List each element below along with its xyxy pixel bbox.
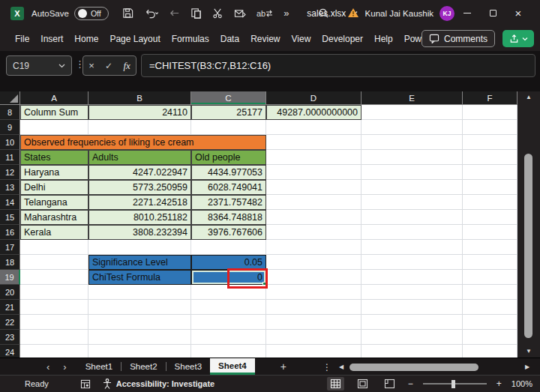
row-header-12[interactable]: 12 xyxy=(0,165,20,180)
translate-icon[interactable]: ab xyxy=(256,9,273,18)
empty-cell[interactable] xyxy=(266,180,362,195)
zoom-slider[interactable] xyxy=(423,379,487,389)
empty-cell[interactable] xyxy=(463,225,518,240)
prev-sheet-icon[interactable]: ‹ xyxy=(46,361,50,373)
minimize-button[interactable] xyxy=(454,0,480,26)
zoom-in-button[interactable]: + xyxy=(496,379,502,389)
cell-A13[interactable]: Delhi xyxy=(20,180,88,195)
column-header-C[interactable]: C xyxy=(191,91,266,105)
cell-C11[interactable]: Old people xyxy=(191,150,266,165)
row-header-24[interactable]: 24 xyxy=(0,345,20,358)
empty-cell[interactable] xyxy=(266,195,362,210)
accessibility-status[interactable]: Accessibility: Investigate xyxy=(103,379,214,389)
cell-C15[interactable]: 8364.748818 xyxy=(191,210,266,225)
add-sheet-button[interactable]: + xyxy=(280,358,286,375)
empty-cell[interactable] xyxy=(463,180,518,195)
empty-cell[interactable] xyxy=(362,120,463,135)
row-header-11[interactable]: 11 xyxy=(0,150,20,165)
empty-cell[interactable] xyxy=(88,240,191,255)
empty-cell[interactable] xyxy=(191,345,266,358)
empty-cell[interactable] xyxy=(362,270,463,285)
cell-A10-table-title[interactable]: Observed frequencies of liking Ice cream xyxy=(20,135,266,150)
row-header-20[interactable]: 20 xyxy=(0,285,20,300)
zoom-level[interactable]: 100% xyxy=(512,379,532,388)
name-box[interactable]: C19 xyxy=(6,55,72,76)
zoom-slider-thumb[interactable] xyxy=(452,380,455,388)
empty-cell[interactable] xyxy=(266,330,362,345)
empty-cell[interactable] xyxy=(191,240,266,255)
empty-cell[interactable] xyxy=(463,195,518,210)
more-commands-icon[interactable]: » xyxy=(284,7,289,19)
empty-cell[interactable] xyxy=(20,315,88,330)
vertical-scrollbar[interactable]: ▲ ▼ xyxy=(518,91,540,358)
scroll-right-icon[interactable]: ▶ xyxy=(525,358,530,376)
empty-cell[interactable] xyxy=(88,120,191,135)
empty-cell[interactable] xyxy=(362,180,463,195)
empty-cell[interactable] xyxy=(266,135,362,150)
cell-B8[interactable]: 24110 xyxy=(88,105,191,120)
cell-B14[interactable]: 2271.242518 xyxy=(88,195,191,210)
cell-A16[interactable]: Kerala xyxy=(20,225,88,240)
tab-home[interactable]: Home xyxy=(73,31,100,46)
enter-icon[interactable]: ✓ xyxy=(105,61,112,71)
empty-cell[interactable] xyxy=(266,270,362,285)
scroll-up-icon[interactable]: ▲ xyxy=(518,91,540,102)
empty-cell[interactable] xyxy=(463,240,518,255)
page-break-preview-button[interactable] xyxy=(381,377,398,391)
empty-cell[interactable] xyxy=(191,300,266,315)
tab-developer[interactable]: Developer xyxy=(320,31,364,46)
cell-C16[interactable]: 3976.767606 xyxy=(191,225,266,240)
horizontal-scroll-thumb[interactable] xyxy=(350,364,478,371)
empty-cell[interactable] xyxy=(463,345,518,358)
row-header-16[interactable]: 16 xyxy=(0,225,20,240)
cell-C8[interactable]: 25177 xyxy=(191,105,266,120)
tab-data[interactable]: Data xyxy=(219,31,241,46)
row-header-18[interactable]: 18 xyxy=(0,255,20,270)
empty-cell[interactable] xyxy=(362,165,463,180)
empty-cell[interactable] xyxy=(266,150,362,165)
macro-record-icon[interactable] xyxy=(80,379,91,389)
empty-cell[interactable] xyxy=(362,135,463,150)
empty-cell[interactable] xyxy=(362,210,463,225)
cell-B18[interactable]: Significance Level xyxy=(88,255,191,270)
empty-cell[interactable] xyxy=(362,345,463,358)
column-header-A[interactable]: A xyxy=(20,91,88,105)
mail-icon[interactable] xyxy=(234,8,246,19)
empty-cell[interactable] xyxy=(463,210,518,225)
share-button[interactable] xyxy=(502,30,534,47)
cell-A8[interactable]: Column Sum xyxy=(20,105,88,120)
empty-cell[interactable] xyxy=(191,120,266,135)
close-button[interactable]: × xyxy=(506,0,531,26)
tab-formulas[interactable]: Formulas xyxy=(170,31,211,46)
formula-input[interactable]: =CHITEST(B3:C7,B12:C16) xyxy=(141,54,536,77)
empty-cell[interactable] xyxy=(266,225,362,240)
column-header-E[interactable]: E xyxy=(362,91,463,105)
empty-cell[interactable] xyxy=(20,240,88,255)
cut-icon[interactable] xyxy=(212,7,224,19)
tab-file[interactable]: File xyxy=(14,31,31,46)
row-header-21[interactable]: 21 xyxy=(0,300,20,315)
row-header-23[interactable]: 23 xyxy=(0,330,20,345)
row-header-9[interactable]: 9 xyxy=(0,120,20,135)
column-header-D[interactable]: D xyxy=(266,91,362,105)
row-header-19[interactable]: 19 xyxy=(0,270,20,285)
empty-cell[interactable] xyxy=(463,300,518,315)
empty-cell[interactable] xyxy=(463,315,518,330)
empty-cell[interactable] xyxy=(362,300,463,315)
empty-cell[interactable] xyxy=(266,315,362,330)
cell-B16[interactable]: 3808.232394 xyxy=(88,225,191,240)
tab-insert[interactable]: Insert xyxy=(39,31,64,46)
cell-A15[interactable]: Maharashtra xyxy=(20,210,88,225)
empty-cell[interactable] xyxy=(20,345,88,358)
empty-cell[interactable] xyxy=(362,105,463,120)
scroll-left-icon[interactable]: ◀ xyxy=(339,358,344,376)
empty-cell[interactable] xyxy=(20,255,88,270)
empty-cell[interactable] xyxy=(20,300,88,315)
cell-B19[interactable]: ChiTest Formula xyxy=(88,270,191,285)
empty-cell[interactable] xyxy=(88,330,191,345)
empty-cell[interactable] xyxy=(362,150,463,165)
empty-cell[interactable] xyxy=(88,345,191,358)
sheet-tab-sheet2[interactable]: Sheet2 xyxy=(122,358,165,375)
empty-cell[interactable] xyxy=(191,315,266,330)
empty-cell[interactable] xyxy=(463,105,518,120)
